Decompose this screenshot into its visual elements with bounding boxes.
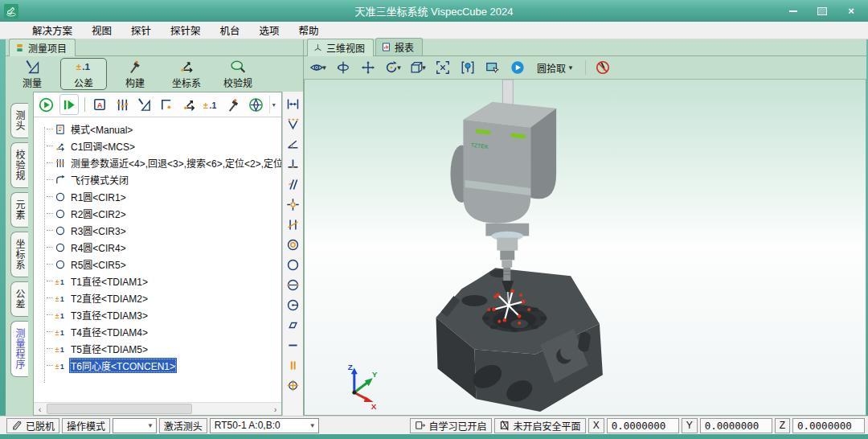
gdt-tolerance-strip	[282, 92, 303, 416]
gdt-parallel-button[interactable]	[285, 177, 301, 192]
dropdown-caret[interactable]: ▼	[421, 64, 428, 72]
gdt-symmetry-button[interactable]	[285, 358, 301, 373]
dropdown-caret[interactable]: ▼	[396, 64, 403, 72]
locate-button[interactable]	[458, 58, 477, 77]
minimize-button[interactable]	[788, 6, 799, 17]
play-icon	[510, 60, 525, 75]
side-tab-gauge[interactable]: 校验规	[10, 142, 28, 188]
menu-item-5[interactable]: 选项	[252, 21, 288, 39]
step-run-button[interactable]	[59, 94, 80, 115]
menu-item-2[interactable]: 探针	[123, 21, 159, 39]
cube-button[interactable]: ▼	[408, 58, 428, 77]
axes-move-button[interactable]	[180, 95, 199, 114]
tree-item[interactable]: R1圆<CIR1>	[39, 188, 281, 205]
active-probe-select[interactable]: RT50-1 A:0,B:0▼	[210, 418, 319, 433]
tree-item[interactable]: 模式<Manual>	[39, 121, 281, 137]
ribbon-gauge-button[interactable]: 校验规	[215, 58, 261, 90]
dropdown-caret[interactable]: ▼	[567, 64, 574, 72]
viewport-3d[interactable]: TZTEK	[304, 80, 866, 416]
scroll-thumb[interactable]	[47, 404, 192, 414]
menu-item-6[interactable]: 帮助	[291, 21, 327, 39]
pm1-icon: ±1	[55, 326, 66, 338]
toolbar-overflow-button[interactable]: ▾	[269, 96, 278, 113]
gdt-concentric-button[interactable]	[285, 237, 301, 252]
menu-item-3[interactable]: 探针架	[162, 21, 209, 39]
tree-item[interactable]: ±1T6同心度<TCONCEN1>	[39, 357, 281, 374]
ribbon-construct-button[interactable]: 构建	[112, 58, 158, 90]
maximize-button[interactable]	[817, 6, 828, 17]
tree-item[interactable]: ±1T5直径<TDIAM5>	[39, 340, 281, 357]
gdt-perp-button[interactable]	[285, 157, 301, 172]
circle-pick-button[interactable]: 圆拾取▼	[533, 59, 578, 76]
close-button[interactable]: ×	[845, 6, 857, 17]
gdt-angle3-button[interactable]	[285, 117, 301, 132]
app-logo-icon	[4, 4, 18, 18]
rotate-button[interactable]: ▼	[383, 58, 403, 77]
tree-item[interactable]: 飞行模式关闭	[39, 171, 281, 188]
tree-item[interactable]: 测量参数逼近<4>,回退<3>,搜索<6>,定位<2>,定位加<2>,测	[39, 154, 281, 171]
ribbon-tolerance-button[interactable]: ±.1公差	[60, 58, 107, 90]
window-select-button[interactable]	[483, 58, 502, 77]
gdt-distance-icon	[286, 97, 300, 111]
eye-button[interactable]: ▼	[309, 58, 328, 77]
side-tab-element[interactable]: 元素	[10, 192, 28, 228]
probe-disable-button[interactable]	[593, 58, 612, 77]
orbit-button[interactable]	[334, 58, 353, 77]
tree-horizontal-scrollbar[interactable]: ‹ ›	[34, 402, 281, 415]
tree-item[interactable]: R5圆<CIR5>	[39, 256, 281, 273]
toolbar-separator	[585, 60, 586, 75]
probe-measure-button[interactable]	[136, 95, 154, 114]
gdt-circular-button[interactable]	[285, 257, 301, 273]
tab-view3d-label: 三维视图	[326, 41, 365, 55]
scroll-right-button[interactable]: ›	[269, 403, 281, 415]
zoom-fit-button[interactable]	[433, 58, 452, 77]
menu-item-4[interactable]: 机台	[212, 21, 248, 39]
params-button[interactable]	[113, 95, 132, 114]
side-tab-program[interactable]: 测量程序	[10, 321, 28, 377]
gdt-poscross-button[interactable]	[285, 197, 301, 212]
plane-view-button[interactable]	[247, 95, 265, 114]
gdt-runout-button[interactable]	[285, 277, 301, 293]
tree-item-label: T4直径<TDIAM4>	[69, 324, 149, 339]
tab-measurement-project[interactable]: 测量项目	[9, 39, 76, 56]
ribbon-csys-button[interactable]: 坐标系	[163, 58, 210, 90]
tree-item[interactable]: ±1T2直径<TDIAM2>	[39, 289, 281, 306]
mode-icon	[55, 124, 66, 135]
gdt-angularity-button[interactable]	[285, 217, 301, 232]
axes-move-icon	[182, 97, 197, 113]
gdt-straight-button[interactable]	[285, 338, 301, 353]
side-tab-tolerance[interactable]: 公差	[10, 281, 28, 317]
menu-item-0[interactable]: 解决方案	[24, 21, 80, 39]
measure-ribbon-icon	[23, 59, 41, 75]
tree-item[interactable]: C1回调<MCS>	[39, 137, 281, 154]
tree-item[interactable]: R2圆<CIR2>	[39, 205, 281, 222]
tree-item-label: C1回调<MCS>	[69, 138, 137, 154]
gdt-distance-button[interactable]	[285, 96, 301, 112]
op-mode-select[interactable]: ▼	[113, 418, 157, 433]
tab-view3d[interactable]: 三维视图	[307, 39, 374, 56]
tree-item[interactable]: ±1T4直径<TDIAM4>	[39, 323, 281, 340]
corner-snap-button[interactable]	[158, 95, 176, 114]
gdt-flat-button[interactable]	[285, 318, 301, 333]
tab-report[interactable]: 报表	[375, 38, 423, 55]
gdt-angle-button[interactable]	[285, 137, 301, 152]
dropdown-caret[interactable]: ▼	[321, 64, 328, 72]
tree-item[interactable]: ±1T1直径<TDIAM1>	[39, 273, 281, 289]
tree-item[interactable]: R4圆<CIR4>	[39, 239, 281, 256]
pan-button[interactable]	[358, 58, 378, 77]
scroll-left-button[interactable]: ‹	[34, 403, 46, 415]
run-button[interactable]	[37, 95, 55, 114]
menu-item-1[interactable]: 视图	[84, 21, 120, 39]
auto-label-button[interactable]: A	[91, 95, 109, 114]
construct-small-button[interactable]	[224, 95, 243, 114]
gdt-flat-icon	[286, 318, 300, 332]
pmdot1-button[interactable]: ±.1	[203, 95, 221, 114]
play-button[interactable]	[508, 58, 527, 77]
tree-item[interactable]: ±1T3直径<TDIAM3>	[39, 306, 281, 323]
ribbon-measure-button[interactable]: 测量	[9, 58, 55, 90]
gdt-radius-button[interactable]	[285, 297, 301, 313]
side-tab-csys[interactable]: 坐标系	[10, 232, 28, 277]
side-tab-probe-head[interactable]: 测头	[10, 103, 28, 138]
gdt-position-button[interactable]	[285, 378, 301, 393]
tree-item[interactable]: R3圆<CIR3>	[39, 222, 281, 239]
